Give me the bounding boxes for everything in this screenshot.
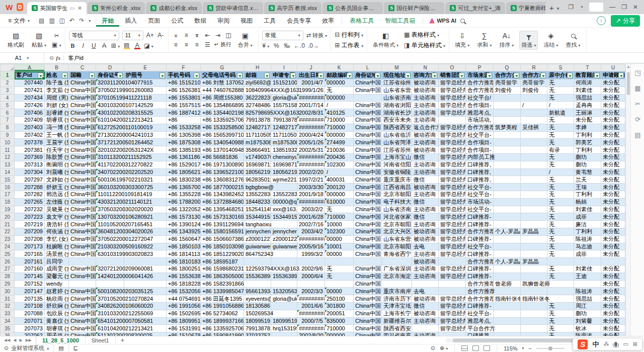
cell[interactable]: 主动咨询	[412, 206, 439, 213]
cell[interactable]: 未分配	[601, 228, 625, 235]
new-tab-button[interactable]: +	[545, 4, 557, 14]
cell[interactable]: 口碑推荐-	[466, 332, 494, 336]
cell[interactable]: +44 7460762888	[201, 86, 244, 94]
rows-columns-button[interactable]: ⊟ 行和列 ▾	[335, 31, 363, 39]
cell[interactable]	[96, 280, 124, 288]
cell[interactable]: China中国	[69, 124, 96, 131]
cell[interactable]	[244, 280, 271, 288]
cell[interactable]: 留学总经办	[439, 265, 466, 273]
cell[interactable]: 留学总经办	[439, 221, 466, 228]
cell[interactable]: 430102200208315525	[96, 109, 124, 117]
column-header-U[interactable]: U	[601, 64, 625, 71]
cell[interactable]: 合作方推荐	[466, 258, 494, 266]
cell[interactable]: 207147	[15, 288, 45, 295]
cell[interactable]: 微信	[412, 153, 439, 161]
cell[interactable]: m1875308	[271, 139, 297, 146]
cell[interactable]: 2002/8/31	[297, 109, 325, 117]
cell[interactable]: +86 15536380	[167, 273, 201, 280]
cell[interactable]: 无	[547, 310, 574, 317]
cell[interactable]: 黄嘉仪 (女)	[45, 317, 69, 325]
cell[interactable]: China中国	[354, 317, 382, 325]
field-header-cell[interactable]: 身份证地	[354, 71, 382, 79]
cell[interactable]: 陈子逸 (男)	[45, 79, 69, 87]
cell[interactable]	[96, 258, 124, 266]
cell[interactable]: 陈祖涛	[574, 288, 601, 295]
cell[interactable]: 未分配	[601, 124, 625, 131]
cell[interactable]: 合作方推荐	[466, 79, 494, 87]
cell[interactable]: 留学总经办	[439, 184, 466, 191]
cell[interactable]: 合作项目-	[466, 139, 494, 146]
cell[interactable]: 主动咨询	[412, 273, 439, 280]
filter-button[interactable]	[117, 72, 123, 78]
cell[interactable]: 留学总经办	[439, 124, 466, 131]
cell[interactable]: 无	[547, 250, 574, 258]
cell[interactable]: 612725200110100019	[96, 124, 124, 131]
cell[interactable]	[521, 176, 547, 184]
cell[interactable]: 胡睿琪 (女)	[45, 325, 69, 332]
cell[interactable]	[521, 139, 547, 146]
cell[interactable]	[521, 213, 547, 221]
document-tab[interactable]: S 英国留学生 ▭✕	[27, 2, 87, 14]
filter-button[interactable]	[618, 72, 624, 78]
cell[interactable]: +86 13901242	[167, 221, 201, 228]
cell[interactable]: 2005/9/16	[297, 243, 325, 250]
cell[interactable]: 153449155	[271, 213, 297, 221]
strikethrough-button[interactable]: A	[101, 42, 108, 49]
cell[interactable]	[521, 302, 547, 310]
cell[interactable]: 主动咨询	[412, 265, 439, 273]
cell[interactable]	[494, 191, 521, 198]
cell[interactable]: 被动咨询	[412, 258, 439, 266]
cell[interactable]: 口碑推荐-	[466, 302, 494, 310]
cell[interactable]: 未分配	[601, 184, 625, 191]
cell[interactable]: 留学总经办	[439, 250, 466, 258]
cell[interactable]: 指南针张冬	[521, 295, 547, 303]
cell[interactable]: 370105199411221118	[96, 94, 124, 102]
cell[interactable]: China中国	[69, 146, 96, 154]
align-center-icon[interactable]: ≡	[183, 41, 190, 48]
row-header-27[interactable]: 27	[1, 265, 15, 273]
cell[interactable]: 未分配	[601, 116, 625, 124]
cell[interactable]: 蒯玏	[574, 153, 601, 161]
cell[interactable]: 天津市宝坻	[382, 302, 412, 310]
cell[interactable]: /	[521, 102, 547, 109]
menu-item-开始[interactable]: 开始	[96, 15, 119, 27]
cell[interactable]: China中国	[69, 302, 96, 310]
cell[interactable]: China中国	[69, 243, 96, 250]
cell[interactable]	[494, 102, 521, 109]
cell[interactable]: 周煜 (男)	[45, 94, 69, 102]
cell[interactable]	[271, 221, 297, 228]
cell[interactable]: +86 18141137	[167, 250, 201, 258]
cell[interactable]: 未分配	[601, 79, 625, 87]
cell[interactable]: 左佳薇 (女)	[45, 198, 69, 206]
cell[interactable]: China中国	[69, 250, 96, 258]
cell[interactable]: 汤景然 (女)	[45, 250, 69, 258]
cell[interactable]	[521, 325, 547, 332]
cell[interactable]: 无	[547, 213, 574, 221]
cell[interactable]: 未分配	[601, 131, 625, 139]
cell[interactable]: 留学总经办	[439, 302, 466, 310]
ime-mode-chinese[interactable]: 中	[592, 340, 599, 349]
cell[interactable]: 河南省信阳	[382, 161, 412, 168]
cell[interactable]: China中国	[354, 302, 382, 310]
column-header-R[interactable]: R	[521, 64, 547, 71]
cell[interactable]: 未分配	[601, 206, 625, 213]
cell[interactable]: 北京市海淀	[382, 273, 412, 280]
assistant-icon[interactable]: ⊙	[4, 345, 9, 351]
cell[interactable]: 无	[325, 273, 354, 280]
cell[interactable]: 152541145	[244, 206, 271, 213]
cell[interactable]: China中国	[69, 317, 96, 325]
cell[interactable]: +86 1877000215	[201, 184, 244, 191]
cell[interactable]	[494, 176, 521, 184]
cell[interactable]: 口碑推荐-	[466, 213, 494, 221]
cut-tool-icon[interactable]: ✂	[635, 100, 640, 108]
cell[interactable]: China中国	[69, 116, 96, 124]
cell[interactable]: +86 15319918	[167, 325, 201, 332]
cell[interactable]	[521, 206, 547, 213]
underline-button[interactable]: U	[90, 42, 98, 49]
cell[interactable]	[271, 302, 297, 310]
cell[interactable]: 去电	[412, 243, 439, 250]
cell[interactable]: 835000	[325, 317, 354, 325]
cell[interactable]: 2001/6/28	[297, 213, 325, 221]
cell[interactable]: China中国	[354, 161, 382, 168]
cell[interactable]: 马志迪	[574, 243, 601, 250]
